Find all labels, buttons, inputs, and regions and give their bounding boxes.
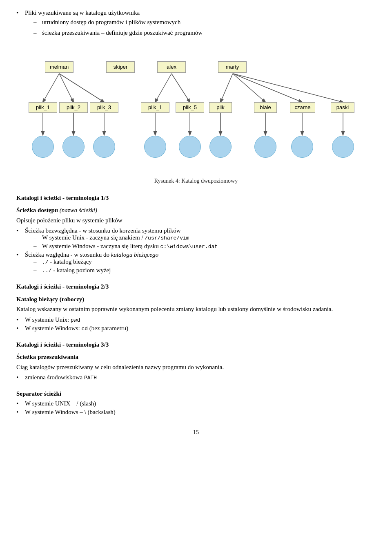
section-1-sub-2-1: ./ - katalog bieżący	[33, 258, 376, 265]
section-1-subheading: Ścieżka dostępu (nazwa ścieżki)	[16, 206, 376, 215]
section-1-heading: Katalogi i ścieżki - terminologia 1/3	[16, 193, 376, 203]
section-1-italic: katalogu bieżącego	[111, 251, 158, 258]
section-1-sub-2-2: ../ - katalog poziom wyżej	[33, 267, 376, 274]
section-2-heading: Katalogi i ścieżki - terminologia 2/3	[16, 282, 376, 291]
path-var: PATH	[84, 375, 97, 381]
node-plikc: plik	[209, 102, 232, 113]
intro-bullet-1: Pliki wyszukiwane są w katalogu użytkown…	[16, 8, 376, 38]
section-2-bullets: W systemie Unix: pwd W systemie Windows:…	[16, 316, 376, 332]
section-4-bullet-1: W systemie UNIX – / (slash)	[16, 400, 376, 407]
section-4-heading: Separator ścieżki	[16, 389, 376, 399]
windows-cmd: cd	[81, 326, 88, 332]
section-2-desc: Katalog wskazany w ostatnim poprawnie wy…	[16, 305, 376, 314]
node-skiper: skiper	[106, 61, 135, 73]
section-3-subheading: Ścieżka przeszukiwania	[16, 352, 376, 362]
node-czarne: czarne	[290, 102, 315, 113]
unix-path-code: /usr/share/vim	[145, 235, 189, 241]
svg-line-3	[155, 74, 172, 102]
unix-cmd: pwd	[71, 317, 80, 323]
svg-line-5	[220, 74, 233, 102]
section-2-bullet-1: W systemie Unix: pwd	[16, 316, 376, 323]
svg-line-7	[233, 74, 302, 102]
section-3-bullets: zmienna środowiskowa PATH	[16, 374, 376, 381]
section-1-sub-1-2: W systemie Windows - zaczyna się literą …	[33, 243, 376, 250]
section-4: Separator ścieżki W systemie UNIX – / (s…	[16, 389, 376, 416]
relative-path-2: ../	[42, 268, 51, 274]
section-1-subbullets-2: ./ - katalog bieżący ../ - katalog pozio…	[25, 258, 376, 274]
node-plik1b: plik_1	[141, 102, 169, 113]
figure-caption: Rysunek 4: Katalog dwupoziomowy	[16, 177, 376, 185]
section-1-bullet-1: Ścieżka bezwzględna - w stosunku do korz…	[16, 227, 376, 250]
node-marty: marty	[218, 61, 247, 73]
node-paski: paski	[331, 102, 354, 113]
section-4-bullet-2: W systemie Windows – \ (backslash)	[16, 409, 376, 416]
circle-4	[144, 136, 166, 158]
node-biale: biale	[254, 102, 277, 113]
section-2-subheading: Katalog bieżący (roboczy)	[16, 295, 376, 304]
section-1-bullets: Ścieżka bezwzględna - w stosunku do korz…	[16, 227, 376, 274]
circle-6	[209, 136, 232, 158]
circle-9	[332, 136, 354, 158]
section-1-subbullets-1: W systemie Unix - zaczyna się znakiem / …	[25, 234, 376, 250]
section-1-sub-1-1: W systemie Unix - zaczyna się znakiem / …	[33, 234, 376, 241]
relative-path-1: ./	[42, 259, 49, 265]
section-1-desc: Opisuje położenie pliku w systemie plikó…	[16, 216, 376, 225]
svg-line-0	[43, 74, 59, 102]
node-plik5b: plik_5	[176, 102, 204, 113]
section-1-subheading-italic: (nazwa ścieżki)	[60, 207, 97, 213]
section-3: Katalogi i ścieżki - terminologia 3/3 Śc…	[16, 340, 376, 381]
page-number: 15	[16, 428, 376, 437]
intro-sub-bullet-2: ścieżka przeszukiwania – definiuje gdzie…	[33, 28, 376, 38]
node-melman: melman	[45, 61, 74, 73]
section-1: Katalogi i ścieżki - terminologia 1/3 Śc…	[16, 193, 376, 274]
section-2-bullet-2: W systemie Windows: cd (bez parametru)	[16, 325, 376, 332]
circle-5	[179, 136, 201, 158]
intro-sub-bullets: utrudniony dostęp do programów i plików …	[25, 18, 376, 38]
diagram-wrapper: melman skiper alex marty plik_1 plik_2 p…	[16, 46, 376, 172]
section-3-heading: Katalogi i ścieżki - terminologia 3/3	[16, 340, 376, 349]
svg-line-4	[172, 74, 190, 102]
circle-7	[254, 136, 276, 158]
node-plik1a: plik_1	[29, 102, 57, 113]
node-plik3a: plik_3	[90, 102, 118, 113]
section-4-bullets: W systemie UNIX – / (slash) W systemie W…	[16, 400, 376, 416]
diagram-container: melman skiper alex marty plik_1 plik_2 p…	[20, 46, 372, 172]
circle-1	[32, 136, 54, 158]
circle-8	[291, 136, 313, 158]
intro-bullets: Pliki wyszukiwane są w katalogu użytkown…	[16, 8, 376, 38]
windows-path-code: c:\widows\user.dat	[160, 244, 218, 250]
section-3-bullet-1: zmienna środowiskowa PATH	[16, 374, 376, 381]
section-1-bullet-2: Ścieżka względna - w stosunku do katalog…	[16, 251, 376, 274]
circle-3	[93, 136, 115, 158]
circle-2	[62, 136, 85, 158]
node-plik2a: plik_2	[59, 102, 88, 113]
intro-sub-bullet-1: utrudniony dostęp do programów i plików …	[33, 18, 376, 27]
section-2: Katalogi i ścieżki - terminologia 2/3 Ka…	[16, 282, 376, 332]
section-3-desc: Ciąg katalogów przeszukiwany w celu odna…	[16, 363, 376, 372]
node-alex: alex	[157, 61, 186, 73]
svg-line-2	[59, 74, 104, 102]
